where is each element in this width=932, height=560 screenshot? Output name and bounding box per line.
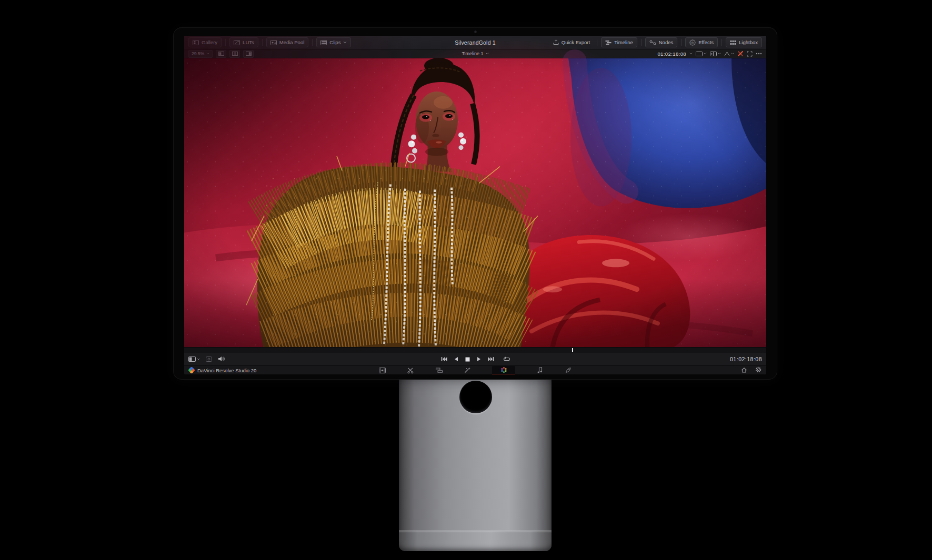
stand-foot (399, 531, 552, 551)
lightbox-icon (730, 40, 736, 45)
transport-controls (184, 354, 766, 364)
effects-panel-button[interactable]: fx Effects (685, 37, 718, 47)
page-fairlight-button[interactable] (536, 366, 544, 374)
svg-text:fx: fx (692, 41, 695, 44)
viewer-scrub-bar[interactable] (184, 347, 766, 353)
toolbar-separator (721, 39, 722, 46)
page-fusion-button[interactable] (464, 366, 471, 374)
page-cut-button[interactable] (407, 366, 414, 374)
viewer-canvas[interactable] (184, 58, 766, 347)
lightbox-panel-button[interactable]: Lightbox (726, 37, 762, 47)
highlight-button[interactable] (724, 52, 734, 56)
nodes-panel-label: Nodes (659, 39, 673, 45)
toolbar-separator (597, 39, 597, 46)
page-edit-button[interactable] (435, 366, 443, 374)
page-media-button[interactable] (378, 366, 386, 374)
bypass-grades-button[interactable] (737, 50, 744, 57)
viewer-timecode[interactable]: 01:02:18:08 (657, 51, 686, 57)
loop-button[interactable] (503, 354, 510, 364)
nodes-panel-button[interactable]: Nodes (645, 37, 677, 47)
image-wipe-button[interactable] (696, 52, 707, 56)
lightbox-panel-label: Lightbox (739, 39, 758, 45)
toolbar-right-group: Quick Export Timeline Nodes (550, 37, 762, 47)
monitor-stand (399, 368, 552, 551)
scene: Gallery LUTs Media Pool (0, 0, 932, 560)
chevron-down-icon (689, 53, 693, 55)
viewer-header-right: 01:02:18:08 (657, 50, 762, 57)
fashion-photo (184, 58, 766, 347)
page-deliver-button[interactable] (565, 366, 572, 374)
play-forward-button[interactable] (477, 354, 481, 364)
effects-panel-label: Effects (698, 39, 714, 45)
effects-icon: fx (689, 39, 696, 46)
more-options-icon[interactable] (756, 53, 762, 55)
go-to-last-frame-button[interactable] (488, 354, 494, 364)
timeline-panel-button[interactable]: Timeline (601, 37, 637, 47)
split-screen-button[interactable] (710, 52, 721, 56)
playhead[interactable] (572, 348, 573, 352)
expand-viewer-button[interactable] (747, 51, 753, 57)
transport-bar: 01:02:18:08 (184, 353, 766, 365)
stand-cable-hole (459, 381, 492, 413)
page-bar: DaVinci Resolve Studio 20 (184, 365, 766, 374)
play-reverse-button[interactable] (454, 354, 458, 364)
toolbar-separator (641, 39, 642, 46)
webcam-icon (474, 30, 477, 33)
nodes-icon (649, 40, 656, 45)
davinci-resolve-window: Gallery LUTs Media Pool (184, 36, 766, 374)
monitor: Gallery LUTs Media Pool (173, 27, 777, 380)
page-switcher (184, 366, 766, 375)
go-to-first-frame-button[interactable] (441, 354, 447, 364)
stop-button[interactable] (465, 354, 470, 364)
timeline-panel-label: Timeline (614, 39, 633, 45)
timeline-icon (605, 40, 612, 45)
toolbar-separator (681, 39, 682, 46)
page-color-button[interactable] (492, 366, 515, 375)
